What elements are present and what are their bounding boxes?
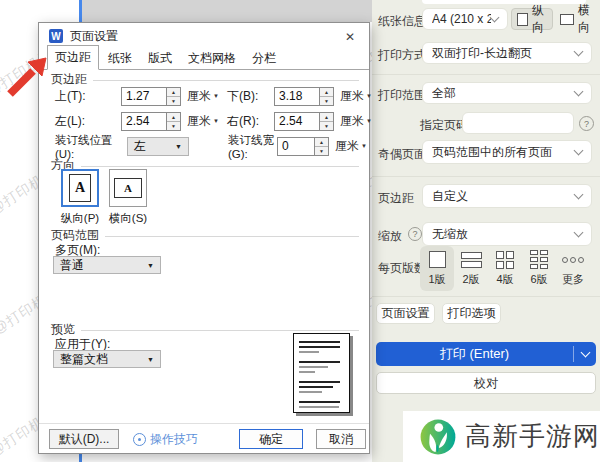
tab-columns[interactable]: 分栏 bbox=[245, 47, 283, 70]
spinner-down-icon[interactable]: ▼ bbox=[320, 122, 333, 130]
chevron-down-icon bbox=[490, 13, 500, 23]
proof-button[interactable]: 校对 bbox=[376, 372, 596, 394]
layout-4up-icon bbox=[496, 251, 514, 269]
per-sheet-option-label: 2版 bbox=[462, 272, 479, 287]
spinner-up-icon[interactable]: ▲ bbox=[167, 113, 180, 122]
spinner-down-icon[interactable]: ▼ bbox=[167, 122, 180, 130]
spinner-up-icon[interactable]: ▲ bbox=[320, 113, 333, 122]
right-margin-label: 右(R): bbox=[225, 113, 274, 130]
apply-to-value: 整篇文档 bbox=[60, 351, 108, 368]
top-margin-input[interactable]: ▲▼ bbox=[121, 87, 181, 106]
spinner-down-icon[interactable]: ▼ bbox=[167, 97, 180, 105]
page-spec-label: 指定页码 bbox=[420, 117, 468, 134]
chevron-down-icon bbox=[580, 348, 590, 358]
chevron-down-icon bbox=[574, 190, 584, 200]
layout-2up-icon bbox=[461, 252, 482, 268]
right-margin-value[interactable] bbox=[275, 113, 319, 130]
default-button[interactable]: 默认(D)... bbox=[49, 429, 119, 449]
gutter-width-value[interactable] bbox=[278, 138, 314, 155]
page-spec-help-icon[interactable]: ? bbox=[579, 116, 594, 131]
scale-help-icon[interactable]: ? bbox=[408, 227, 422, 241]
dialog-tabs: 页边距 纸张 版式 文档网格 分栏 bbox=[39, 49, 369, 70]
cancel-button[interactable]: 取消 bbox=[316, 429, 366, 449]
per-sheet-option-2[interactable]: 2版 bbox=[454, 246, 488, 291]
tips-icon bbox=[133, 433, 146, 446]
scale-dropdown[interactable]: 无缩放 bbox=[422, 222, 592, 246]
unit-label: 厘米 bbox=[340, 113, 364, 130]
print-dropdown-toggle[interactable] bbox=[574, 352, 596, 356]
portrait-toggle-button[interactable]: 纵向 bbox=[511, 8, 553, 30]
unit-cm-dropdown[interactable]: 厘米▼ bbox=[334, 88, 378, 105]
right-margin-input[interactable]: ▲▼ bbox=[274, 112, 334, 131]
paper-size-dropdown[interactable]: A4 (210 x 2... bbox=[422, 8, 508, 30]
print-range-dropdown[interactable]: 全部 bbox=[422, 82, 592, 104]
print-range-label: 打印范围 bbox=[378, 87, 426, 104]
orientation-portrait-tile[interactable]: A bbox=[61, 169, 99, 207]
odd-even-dropdown[interactable]: 页码范围中的所有页面 bbox=[422, 140, 592, 164]
margin-preset-dropdown[interactable]: 自定义 bbox=[422, 184, 592, 208]
tab-paper[interactable]: 纸张 bbox=[101, 47, 139, 70]
gutter-width-label: 装订线宽(G): bbox=[224, 133, 277, 160]
apply-to-dropdown[interactable]: 整篇文档▼ bbox=[53, 350, 161, 368]
spinner-down-icon[interactable]: ▼ bbox=[320, 97, 333, 105]
spinner-up-icon[interactable]: ▲ bbox=[167, 88, 180, 97]
layout-1up-icon bbox=[429, 251, 446, 268]
print-mode-value: 双面打印-长边翻页 bbox=[432, 45, 575, 62]
spinner-down-icon[interactable]: ▼ bbox=[315, 147, 328, 155]
unit-cm-dropdown[interactable]: 厘米▼ bbox=[334, 113, 378, 130]
landscape-page-icon bbox=[560, 14, 574, 25]
chevron-down-icon: ▼ bbox=[213, 93, 219, 99]
gutter-position-dropdown[interactable]: 左▼ bbox=[127, 137, 189, 156]
chevron-down-icon bbox=[574, 228, 584, 238]
print-options-button[interactable]: 打印选项 bbox=[442, 303, 501, 324]
chevron-down-icon bbox=[574, 146, 584, 156]
footer-divider bbox=[39, 423, 369, 424]
unit-cm-dropdown[interactable]: 厘米▼ bbox=[181, 88, 225, 105]
per-sheet-label: 每页版数 bbox=[378, 260, 426, 277]
per-sheet-option-1[interactable]: 1版 bbox=[420, 246, 454, 291]
orientation-landscape-tile[interactable]: A bbox=[109, 169, 147, 207]
unit-cm-dropdown[interactable]: 厘米▼ bbox=[329, 138, 373, 155]
chevron-down-icon: ▼ bbox=[147, 262, 154, 269]
print-button[interactable]: 打印 (Enter) bbox=[376, 342, 596, 366]
margin-preset-value: 自定义 bbox=[432, 188, 575, 205]
document-page-edge bbox=[82, 0, 372, 22]
print-button-label: 打印 (Enter) bbox=[376, 345, 573, 363]
orientation-portrait-label: 纵向(P) bbox=[56, 211, 104, 226]
per-sheet-option-6[interactable]: 6版 bbox=[522, 246, 556, 291]
spinner-up-icon[interactable]: ▲ bbox=[315, 138, 328, 147]
top-margin-value[interactable] bbox=[122, 88, 166, 105]
bottom-margin-input[interactable]: ▲▼ bbox=[274, 87, 334, 106]
annotation-arrow bbox=[2, 40, 62, 100]
orientation-landscape-label: 横向(S) bbox=[104, 211, 152, 226]
page-spec-input[interactable] bbox=[462, 112, 574, 134]
gutter-width-input[interactable]: ▲▼ bbox=[277, 137, 329, 156]
paper-size-value: A4 (210 x 2... bbox=[432, 12, 491, 26]
spinner-up-icon[interactable]: ▲ bbox=[320, 88, 333, 97]
close-icon[interactable]: ✕ bbox=[341, 28, 359, 46]
tab-doc-grid[interactable]: 文档网格 bbox=[181, 47, 243, 70]
left-margin-input[interactable]: ▲▼ bbox=[121, 112, 181, 131]
landscape-toggle-label: 横向 bbox=[578, 2, 595, 36]
top-margin-label: 上(T): bbox=[55, 88, 121, 105]
unit-cm-dropdown[interactable]: 厘米▼ bbox=[181, 113, 225, 130]
per-sheet-option-4[interactable]: 4版 bbox=[488, 246, 522, 291]
tab-layout[interactable]: 版式 bbox=[141, 47, 179, 70]
landscape-toggle-button[interactable]: 横向 bbox=[555, 8, 600, 30]
logo-text: 高新手游网 bbox=[465, 419, 600, 454]
gutter-row: 装订线位置(U): 左▼ 装订线宽(G): ▲▼ 厘米▼ bbox=[55, 136, 373, 156]
multi-page-dropdown[interactable]: 普通▼ bbox=[53, 256, 161, 274]
portrait-page-icon bbox=[517, 13, 528, 26]
ok-button[interactable]: 确定 bbox=[239, 429, 303, 449]
page-setup-button[interactable]: 页面设置 bbox=[376, 303, 435, 324]
per-sheet-option-more[interactable]: 更多 bbox=[556, 246, 590, 291]
per-sheet-option-label: 更多 bbox=[562, 272, 584, 287]
tips-link[interactable]: 操作技巧 bbox=[133, 431, 198, 448]
layout-6up-icon bbox=[530, 250, 548, 269]
bottom-margin-value[interactable] bbox=[275, 88, 319, 105]
chevron-down-icon: ▼ bbox=[175, 143, 182, 150]
left-margin-value[interactable] bbox=[122, 113, 166, 130]
print-mode-dropdown[interactable]: 双面打印-长边翻页 bbox=[422, 42, 592, 64]
section-divider bbox=[372, 74, 600, 75]
portrait-page-icon: A bbox=[69, 174, 91, 202]
